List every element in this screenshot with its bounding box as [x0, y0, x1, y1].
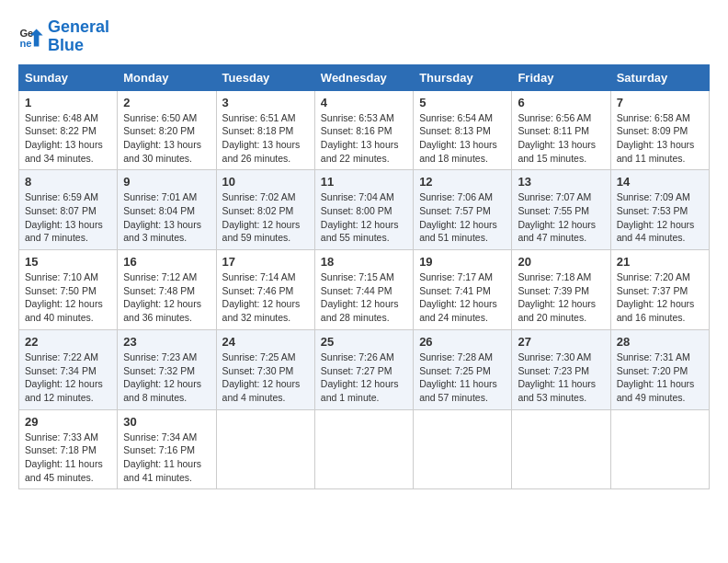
day-cell-22: 22 Sunrise: 7:22 AMSunset: 7:34 PMDaylig… — [19, 329, 118, 409]
calendar-week-4: 22 Sunrise: 7:22 AMSunset: 7:34 PMDaylig… — [19, 329, 710, 409]
col-header-sunday: Sunday — [19, 64, 118, 90]
day-number: 5 — [419, 96, 506, 109]
day-info: Sunrise: 7:10 AMSunset: 7:50 PMDaylight:… — [25, 270, 111, 325]
day-info: Sunrise: 6:59 AMSunset: 8:07 PMDaylight:… — [25, 190, 111, 245]
day-info: Sunrise: 6:54 AMSunset: 8:13 PMDaylight:… — [419, 111, 506, 166]
day-cell-15: 15 Sunrise: 7:10 AMSunset: 7:50 PMDaylig… — [19, 250, 118, 330]
day-number: 29 — [25, 415, 111, 429]
day-info: Sunrise: 7:18 AMSunset: 7:39 PMDaylight:… — [518, 270, 604, 325]
day-number: 19 — [419, 255, 506, 269]
day-cell-3: 3 Sunrise: 6:51 AMSunset: 8:18 PMDayligh… — [216, 90, 314, 170]
day-info: Sunrise: 7:30 AMSunset: 7:23 PMDaylight:… — [518, 350, 604, 405]
day-info: Sunrise: 7:23 AMSunset: 7:32 PMDaylight:… — [123, 350, 210, 405]
col-header-saturday: Saturday — [610, 64, 709, 90]
day-info: Sunrise: 7:12 AMSunset: 7:48 PMDaylight:… — [123, 270, 210, 325]
day-number: 28 — [617, 335, 703, 349]
day-info: Sunrise: 6:48 AMSunset: 8:22 PMDaylight:… — [25, 111, 111, 166]
day-info: Sunrise: 7:09 AMSunset: 7:53 PMDaylight:… — [617, 190, 703, 245]
day-cell-9: 9 Sunrise: 7:01 AMSunset: 8:04 PMDayligh… — [118, 170, 216, 250]
col-header-thursday: Thursday — [414, 64, 512, 90]
day-number: 17 — [222, 255, 309, 269]
day-cell-19: 19 Sunrise: 7:17 AMSunset: 7:41 PMDaylig… — [414, 250, 512, 330]
day-info: Sunrise: 7:26 AMSunset: 7:27 PMDaylight:… — [321, 350, 407, 405]
day-cell-6: 6 Sunrise: 6:56 AMSunset: 8:11 PMDayligh… — [512, 90, 610, 170]
empty-cell — [512, 409, 610, 489]
day-info: Sunrise: 7:17 AMSunset: 7:41 PMDaylight:… — [419, 270, 506, 325]
day-cell-8: 8 Sunrise: 6:59 AMSunset: 8:07 PMDayligh… — [19, 170, 118, 250]
day-cell-13: 13 Sunrise: 7:07 AMSunset: 7:55 PMDaylig… — [512, 170, 610, 250]
day-number: 11 — [321, 175, 407, 189]
day-info: Sunrise: 7:02 AMSunset: 8:02 PMDaylight:… — [222, 190, 309, 245]
day-number: 8 — [25, 175, 111, 189]
svg-text:ne: ne — [19, 38, 31, 49]
calendar-week-1: 1 Sunrise: 6:48 AMSunset: 8:22 PMDayligh… — [19, 90, 710, 170]
col-header-wednesday: Wednesday — [314, 64, 413, 90]
empty-cell — [414, 409, 512, 489]
day-info: Sunrise: 7:33 AMSunset: 7:18 PMDaylight:… — [25, 431, 111, 485]
day-number: 10 — [222, 175, 309, 189]
day-cell-5: 5 Sunrise: 6:54 AMSunset: 8:13 PMDayligh… — [414, 90, 512, 170]
page-header: Ge ne General Blue — [18, 18, 710, 55]
day-cell-20: 20 Sunrise: 7:18 AMSunset: 7:39 PMDaylig… — [512, 250, 610, 330]
day-cell-26: 26 Sunrise: 7:28 AMSunset: 7:25 PMDaylig… — [414, 329, 512, 409]
day-info: Sunrise: 7:06 AMSunset: 7:57 PMDaylight:… — [419, 190, 506, 245]
day-info: Sunrise: 7:34 AMSunset: 7:16 PMDaylight:… — [123, 431, 210, 485]
logo-text-line2: Blue — [48, 37, 109, 55]
calendar-week-3: 15 Sunrise: 7:10 AMSunset: 7:50 PMDaylig… — [19, 250, 710, 330]
day-number: 16 — [123, 255, 210, 269]
day-number: 25 — [321, 335, 407, 349]
day-info: Sunrise: 6:50 AMSunset: 8:20 PMDaylight:… — [123, 111, 210, 166]
calendar-table: SundayMondayTuesdayWednesdayThursdayFrid… — [18, 64, 710, 490]
day-info: Sunrise: 6:51 AMSunset: 8:18 PMDaylight:… — [222, 111, 309, 166]
day-number: 23 — [123, 335, 210, 349]
day-number: 1 — [25, 96, 111, 109]
day-number: 24 — [222, 335, 309, 349]
day-info: Sunrise: 6:58 AMSunset: 8:09 PMDaylight:… — [617, 111, 703, 166]
day-cell-4: 4 Sunrise: 6:53 AMSunset: 8:16 PMDayligh… — [314, 90, 413, 170]
col-header-friday: Friday — [512, 64, 610, 90]
day-info: Sunrise: 6:56 AMSunset: 8:11 PMDaylight:… — [518, 111, 604, 166]
day-number: 13 — [518, 175, 604, 189]
day-number: 4 — [321, 96, 407, 109]
day-cell-14: 14 Sunrise: 7:09 AMSunset: 7:53 PMDaylig… — [610, 170, 709, 250]
day-cell-21: 21 Sunrise: 7:20 AMSunset: 7:37 PMDaylig… — [610, 250, 709, 330]
day-number: 22 — [25, 335, 111, 349]
day-info: Sunrise: 7:25 AMSunset: 7:30 PMDaylight:… — [222, 350, 309, 405]
day-number: 18 — [321, 255, 407, 269]
day-number: 12 — [419, 175, 506, 189]
logo-text-line1: General — [48, 18, 109, 37]
day-cell-28: 28 Sunrise: 7:31 AMSunset: 7:20 PMDaylig… — [610, 329, 709, 409]
calendar-week-5: 29 Sunrise: 7:33 AMSunset: 7:18 PMDaylig… — [19, 409, 710, 489]
day-cell-27: 27 Sunrise: 7:30 AMSunset: 7:23 PMDaylig… — [512, 329, 610, 409]
day-cell-24: 24 Sunrise: 7:25 AMSunset: 7:30 PMDaylig… — [216, 329, 314, 409]
day-number: 9 — [123, 175, 210, 189]
empty-cell — [314, 409, 413, 489]
day-cell-29: 29 Sunrise: 7:33 AMSunset: 7:18 PMDaylig… — [19, 409, 118, 489]
day-info: Sunrise: 7:04 AMSunset: 8:00 PMDaylight:… — [321, 190, 407, 245]
day-number: 3 — [222, 96, 309, 109]
day-cell-30: 30 Sunrise: 7:34 AMSunset: 7:16 PMDaylig… — [118, 409, 216, 489]
day-number: 7 — [617, 96, 703, 109]
day-cell-23: 23 Sunrise: 7:23 AMSunset: 7:32 PMDaylig… — [118, 329, 216, 409]
day-number: 21 — [617, 255, 703, 269]
day-info: Sunrise: 7:14 AMSunset: 7:46 PMDaylight:… — [222, 270, 309, 325]
day-number: 15 — [25, 255, 111, 269]
day-cell-7: 7 Sunrise: 6:58 AMSunset: 8:09 PMDayligh… — [610, 90, 709, 170]
day-cell-18: 18 Sunrise: 7:15 AMSunset: 7:44 PMDaylig… — [314, 250, 413, 330]
svg-text:Ge: Ge — [19, 28, 33, 39]
day-cell-17: 17 Sunrise: 7:14 AMSunset: 7:46 PMDaylig… — [216, 250, 314, 330]
empty-cell — [610, 409, 709, 489]
day-cell-11: 11 Sunrise: 7:04 AMSunset: 8:00 PMDaylig… — [314, 170, 413, 250]
day-info: Sunrise: 7:15 AMSunset: 7:44 PMDaylight:… — [321, 270, 407, 325]
day-number: 2 — [123, 96, 210, 109]
col-header-tuesday: Tuesday — [216, 64, 314, 90]
day-cell-10: 10 Sunrise: 7:02 AMSunset: 8:02 PMDaylig… — [216, 170, 314, 250]
day-cell-2: 2 Sunrise: 6:50 AMSunset: 8:20 PMDayligh… — [118, 90, 216, 170]
day-info: Sunrise: 6:53 AMSunset: 8:16 PMDaylight:… — [321, 111, 407, 166]
day-number: 20 — [518, 255, 604, 269]
day-info: Sunrise: 7:28 AMSunset: 7:25 PMDaylight:… — [419, 350, 506, 405]
day-info: Sunrise: 7:07 AMSunset: 7:55 PMDaylight:… — [518, 190, 604, 245]
empty-cell — [216, 409, 314, 489]
logo: Ge ne General Blue — [18, 18, 109, 55]
day-info: Sunrise: 7:31 AMSunset: 7:20 PMDaylight:… — [617, 350, 703, 405]
